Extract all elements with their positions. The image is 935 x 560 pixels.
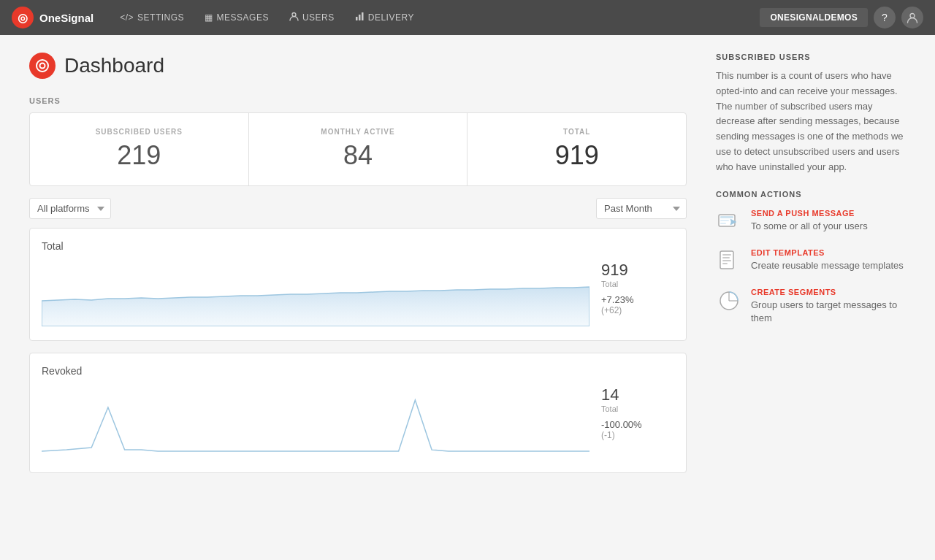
total-chart-stats: 919 Total +7.23% (+62) (601, 261, 674, 315)
revoked-label: Total (601, 404, 674, 413)
total-chart-area: 919 Total +7.23% (+62) (42, 261, 674, 329)
platform-select[interactable]: All platforms iOS Android Web (29, 198, 111, 219)
delivery-label: DELIVERY (368, 12, 414, 23)
subscribed-users-desc: This number is a count of users who have… (716, 69, 906, 175)
help-icon: ? (882, 12, 888, 23)
revoked-value: 14 (601, 386, 674, 404)
nav-right: ONESIGNALDEMOS ? (760, 7, 923, 28)
svg-point-0 (292, 13, 296, 17)
brand-icon: ◎ (12, 7, 34, 28)
svg-rect-1 (356, 17, 358, 20)
help-button[interactable]: ? (874, 7, 896, 28)
revoked-change: -100.00% (601, 419, 674, 430)
svg-rect-2 (359, 15, 361, 20)
svg-rect-14 (722, 260, 731, 261)
edit-templates-title: EDIT TEMPLATES (751, 248, 904, 257)
main-content: Dashboard USERS SUBSCRIBED USERS 219 MON… (0, 35, 935, 502)
svg-point-5 (37, 60, 48, 72)
total-chart-svg (42, 261, 589, 329)
revoked-chart-svg (42, 386, 589, 461)
stat-total-label: TOTAL (485, 128, 668, 136)
nav-links: </> SETTINGS ▦ MESSAGES USERS (111, 7, 760, 28)
send-push-text: SEND A PUSH MESSAGE To some or all of yo… (751, 209, 868, 235)
send-push-desc: To some or all of your users (751, 220, 868, 233)
revoked-chart-title: Revoked (42, 365, 674, 377)
nav-settings[interactable]: </> SETTINGS (111, 7, 193, 28)
svg-rect-9 (720, 220, 729, 221)
stat-monthly-label: MONTHLY ACTIVE (267, 128, 450, 136)
user-menu-button[interactable] (901, 7, 923, 28)
revoked-change-sub: (-1) (601, 430, 674, 440)
brand-name: OneSignal (39, 12, 94, 24)
total-change: +7.23% (601, 294, 674, 305)
svg-rect-3 (362, 12, 364, 20)
total-value: 919 (601, 261, 674, 280)
total-chart-card: Total 919 Total (29, 228, 687, 341)
nav-users[interactable]: USERS (280, 7, 343, 28)
revoked-chart-area: 14 Total -100.00% (-1) (42, 386, 674, 461)
common-actions-title: COMMON ACTIONS (716, 190, 906, 199)
svg-rect-12 (722, 254, 731, 256)
svg-rect-10 (720, 223, 726, 224)
create-segments-icon (716, 288, 742, 314)
action-send-push[interactable]: SEND A PUSH MESSAGE To some or all of yo… (716, 209, 906, 235)
edit-templates-text: EDIT TEMPLATES Create reusable message t… (751, 248, 904, 275)
settings-label: SETTINGS (137, 12, 184, 23)
stat-subscribed-label: SUBSCRIBED USERS (47, 128, 231, 136)
stat-monthly: MONTHLY ACTIVE 84 (249, 113, 468, 185)
delivery-icon (355, 12, 365, 23)
total-change-sub: (+62) (601, 305, 674, 315)
send-push-title: SEND A PUSH MESSAGE (751, 209, 868, 218)
left-panel: Dashboard USERS SUBSCRIBED USERS 219 MON… (29, 53, 687, 485)
messages-label: MESSAGES (217, 12, 269, 23)
period-select[interactable]: Past Week Past Month Past 3 Months Past … (596, 198, 687, 219)
action-edit-templates[interactable]: EDIT TEMPLATES Create reusable message t… (716, 248, 906, 275)
svg-rect-13 (722, 257, 730, 258)
edit-templates-desc: Create reusable message templates (751, 259, 904, 272)
app-name[interactable]: ONESIGNALDEMOS (760, 8, 868, 27)
total-chart-title: Total (42, 240, 674, 252)
edit-templates-icon (716, 248, 742, 275)
total-label: Total (601, 280, 674, 288)
stat-monthly-value: 84 (267, 140, 450, 171)
stat-total: TOTAL 919 (468, 113, 686, 185)
page-title: Dashboard (64, 54, 164, 77)
users-nav-icon (289, 12, 299, 23)
page-header: Dashboard (29, 53, 687, 79)
page-header-icon (29, 53, 56, 79)
svg-rect-8 (720, 216, 733, 218)
create-segments-text: CREATE SEGMENTS Group users to target me… (751, 288, 906, 325)
users-label: USERS (302, 12, 335, 23)
send-push-icon (716, 209, 742, 235)
create-segments-title: CREATE SEGMENTS (751, 288, 906, 296)
users-section-label: USERS (29, 96, 687, 105)
revoked-chart-stats: 14 Total -100.00% (-1) (601, 386, 674, 440)
svg-point-4 (910, 14, 915, 18)
svg-point-6 (40, 64, 45, 69)
stat-subscribed-value: 219 (47, 140, 231, 171)
action-create-segments[interactable]: CREATE SEGMENTS Group users to target me… (716, 288, 906, 325)
svg-rect-15 (722, 263, 728, 264)
messages-icon: ▦ (205, 12, 213, 23)
revoked-chart-card: Revoked 14 Total -100.00% (-1) (29, 353, 687, 473)
right-panel: SUBSCRIBED USERS This number is a count … (716, 53, 906, 485)
stat-subscribed: SUBSCRIBED USERS 219 (30, 113, 249, 185)
navbar: ◎ OneSignal </> SETTINGS ▦ MESSAGES USER… (0, 0, 935, 35)
stats-card: SUBSCRIBED USERS 219 MONTHLY ACTIVE 84 T… (29, 112, 687, 186)
brand[interactable]: ◎ OneSignal (12, 7, 94, 28)
filters-row: All platforms iOS Android Web Past Week … (29, 198, 687, 219)
nav-delivery[interactable]: DELIVERY (346, 7, 423, 28)
subscribed-users-title: SUBSCRIBED USERS (716, 53, 906, 61)
settings-icon: </> (120, 12, 134, 23)
create-segments-desc: Group users to target messages to them (751, 299, 906, 325)
stat-total-value: 919 (485, 140, 668, 171)
nav-messages[interactable]: ▦ MESSAGES (196, 7, 278, 28)
